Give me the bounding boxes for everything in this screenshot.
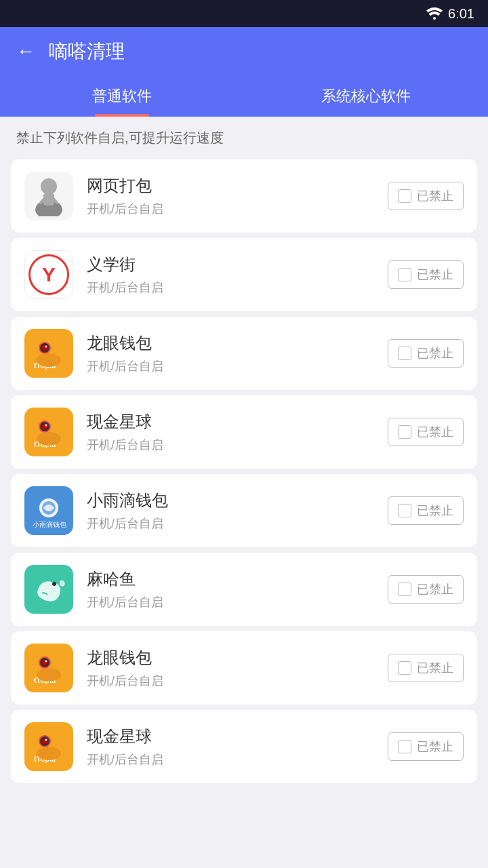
status-bar: 6:01 (0, 0, 488, 27)
svg-text:小雨滴钱包: 小雨滴钱包 (33, 521, 66, 528)
list-item: 麻哈鱼 开机/后台自启 已禁止 (11, 553, 477, 626)
app-status: 开机/后台自启 (87, 358, 374, 374)
toggle-button-6[interactable]: 已禁止 (388, 575, 464, 604)
svg-point-17 (37, 432, 61, 446)
longyankb-logo: tTopia (28, 333, 69, 374)
xiaoyudi-logo: 小雨滴钱包 (28, 490, 69, 531)
toggle-checkbox (398, 504, 411, 517)
time-display: 6:01 (448, 6, 474, 22)
list-item: 小雨滴钱包 小雨滴钱包 开机/后台自启 已禁止 (11, 474, 477, 547)
app-name: 小雨滴钱包 (87, 490, 374, 511)
app-icon-longyankb2: tTopia (24, 644, 73, 692)
app-icon-xiaoyudi: 小雨滴钱包 (24, 486, 73, 535)
app-info: 龙眼钱包 开机/后台自启 (87, 332, 374, 374)
app-status: 开机/后台自启 (87, 594, 374, 610)
svg-point-23 (52, 582, 56, 586)
subtitle-text: 禁止下列软件自启,可提升运行速度 (0, 117, 488, 159)
toggle-button-5[interactable]: 已禁止 (388, 496, 464, 525)
toggle-label: 已禁止 (417, 424, 453, 440)
toggle-label: 已禁止 (417, 660, 453, 676)
app-header: ← 嘀嗒清理 (0, 27, 488, 76)
toggle-button-8[interactable]: 已禁止 (388, 732, 464, 761)
app-icon-wangye (24, 172, 73, 220)
svg-point-0 (433, 17, 436, 20)
toggle-label: 已禁止 (417, 345, 453, 361)
toggle-button-1[interactable]: 已禁止 (388, 182, 464, 210)
back-button[interactable]: ← (16, 41, 35, 62)
app-name: 现金星球 (87, 411, 374, 433)
app-info: 现金星球 开机/后台自启 (87, 726, 374, 768)
app-status: 开机/后台自启 (87, 279, 374, 296)
app-name: 麻哈鱼 (87, 568, 374, 590)
xianjinxq2-logo: tTopia (28, 726, 69, 767)
list-item: Y 义学街 开机/后台自启 已禁止 (11, 238, 477, 311)
app-name: 龙眼钱包 (87, 647, 374, 669)
app-name: 现金星球 (87, 726, 374, 747)
toggle-label: 已禁止 (417, 502, 453, 519)
tab-normal-software[interactable]: 普通软件 (0, 76, 244, 117)
toggle-checkbox (398, 268, 411, 281)
list-item: tTopia 现金星球 开机/后台自启 已禁止 (11, 395, 477, 469)
wifi-icon (426, 7, 443, 20)
svg-point-27 (45, 660, 47, 663)
svg-point-35 (37, 747, 61, 760)
toggle-label: 已禁止 (417, 581, 453, 597)
app-info: 现金星球 开机/后台自启 (87, 411, 374, 453)
list-item: tTopia 龙眼钱包 开机/后台自启 已禁止 (11, 631, 477, 705)
toggle-button-7[interactable]: 已禁止 (388, 654, 464, 682)
toggle-label: 已禁止 (417, 188, 453, 204)
app-name: 龙眼钱包 (87, 332, 374, 354)
toggle-button-2[interactable]: 已禁止 (388, 260, 464, 289)
wangye-figure (30, 176, 68, 216)
app-icon-xianjinxq2: tTopia (24, 722, 73, 771)
app-status: 开机/后台自启 (87, 201, 374, 217)
list-item: 网页打包 开机/后台自启 已禁止 (11, 159, 477, 233)
app-status: 开机/后台自启 (87, 673, 374, 689)
svg-point-9 (45, 346, 47, 348)
svg-point-29 (37, 668, 61, 682)
page-title: 嘀嗒清理 (49, 39, 125, 64)
app-icon-yixuejie: Y (24, 250, 73, 299)
svg-point-11 (37, 353, 61, 367)
status-icons: 6:01 (426, 6, 474, 22)
yixuejie-logo: Y (28, 254, 69, 295)
toggle-label: 已禁止 (417, 738, 453, 755)
toggle-button-4[interactable]: 已禁止 (388, 418, 464, 446)
app-status: 开机/后台自启 (87, 751, 374, 768)
longyankb2-logo: tTopia (28, 648, 69, 688)
toggle-label: 已禁止 (417, 267, 453, 283)
list-item: tTopia 龙眼钱包 开机/后台自启 已禁止 (11, 317, 477, 390)
app-name: 网页打包 (87, 175, 374, 197)
toggle-checkbox (398, 425, 411, 439)
toggle-checkbox (398, 189, 411, 203)
app-info: 龙眼钱包 开机/后台自启 (87, 647, 374, 689)
svg-point-33 (45, 739, 47, 741)
app-info: 小雨滴钱包 开机/后台自启 (87, 490, 374, 532)
tab-bar: 普通软件 系统核心软件 (0, 76, 488, 117)
toggle-checkbox (398, 661, 411, 675)
xianjinxq-logo: tTopia (28, 412, 69, 452)
toggle-button-3[interactable]: 已禁止 (388, 339, 464, 368)
app-status: 开机/后台自启 (87, 437, 374, 453)
app-icon-mahayu (24, 565, 73, 614)
toggle-checkbox (398, 347, 411, 360)
list-item: tTopia 现金星球 开机/后台自启 已禁止 (11, 710, 477, 783)
app-icon-longyankb: tTopia (24, 329, 73, 378)
toggle-checkbox (398, 583, 411, 596)
tab-system-software[interactable]: 系统核心软件 (244, 76, 488, 117)
app-name: 义学街 (87, 254, 374, 275)
app-info: 义学街 开机/后台自启 (87, 254, 374, 296)
mahayu-logo (28, 569, 69, 610)
app-info: 麻哈鱼 开机/后台自启 (87, 568, 374, 610)
svg-point-15 (45, 425, 47, 427)
toggle-checkbox (398, 740, 411, 753)
app-list: 网页打包 开机/后台自启 已禁止 Y 义学街 开机/后台自启 已禁止 (0, 159, 488, 783)
app-status: 开机/后台自启 (87, 515, 374, 532)
app-info: 网页打包 开机/后台自启 (87, 175, 374, 217)
app-icon-xianjinxq: tTopia (24, 408, 73, 456)
